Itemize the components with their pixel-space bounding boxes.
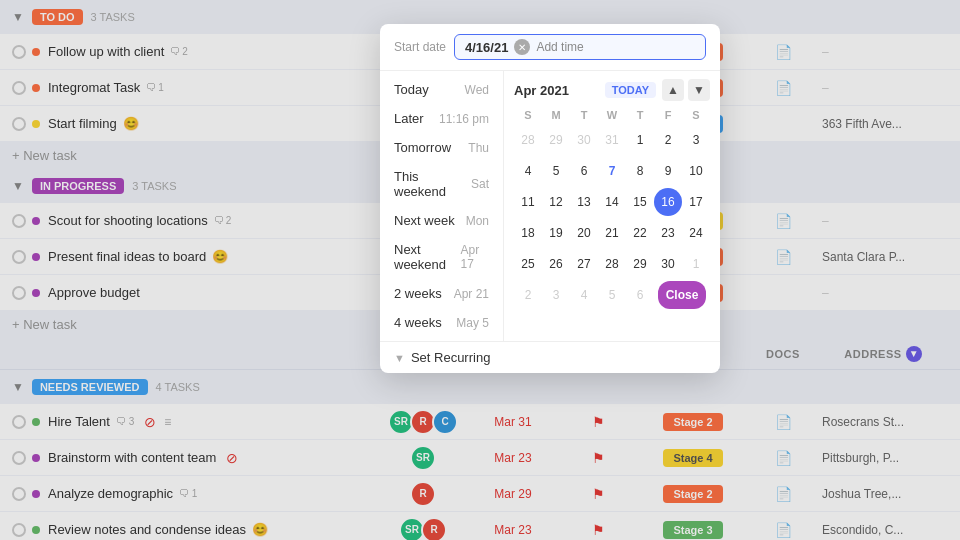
calendar-week: 4 5 6 7 8 9 10 [514,156,710,186]
cal-day[interactable]: 28 [598,250,626,278]
calendar-month: Apr 2021 [514,83,569,98]
calendar-week: 18 19 20 21 22 23 24 [514,218,710,248]
calendar: Apr 2021 TODAY ▲ ▼ S M T W [504,71,720,341]
cal-day[interactable]: 19 [542,219,570,247]
day-name-f: F [654,107,682,123]
cal-day[interactable]: 7 [598,157,626,185]
cal-day[interactable]: 20 [570,219,598,247]
start-date-label: Start date [394,40,446,54]
calendar-week: 28 29 30 31 1 2 3 [514,125,710,155]
calendar-week: 11 12 13 14 15 16 17 [514,187,710,217]
set-recurring-button[interactable]: ▼ Set Recurring [380,341,720,373]
date-box[interactable]: 4/16/21 ✕ Add time [454,34,706,60]
chevron-down-icon: ▼ [394,352,405,364]
clear-date-button[interactable]: ✕ [514,39,530,55]
cal-day[interactable]: 3 [542,281,570,309]
calendar-prev-button[interactable]: ▲ [662,79,684,101]
calendar-nav: ▲ ▼ [662,79,710,101]
add-time-button[interactable]: Add time [536,40,583,54]
option-this-weekend[interactable]: This weekend Sat [380,162,503,206]
day-name-s1: S [514,107,542,123]
datepicker-body: Today Wed Later 11:16 pm Tomorrow Thu Th… [380,71,720,341]
cal-day[interactable]: 11 [514,188,542,216]
cal-day[interactable]: 18 [514,219,542,247]
cal-day[interactable]: 4 [514,157,542,185]
cal-day[interactable]: 8 [626,157,654,185]
cal-day[interactable]: 29 [542,126,570,154]
cal-day[interactable]: 25 [514,250,542,278]
cal-day[interactable]: 4 [570,281,598,309]
option-2weeks[interactable]: 2 weeks Apr 21 [380,279,503,308]
cal-day[interactable]: 2 [654,126,682,154]
cal-day[interactable]: 3 [682,126,710,154]
calendar-day-headers: S M T W T F S [514,107,710,123]
cal-day[interactable]: 30 [654,250,682,278]
cal-day[interactable]: 9 [654,157,682,185]
calendar-header: Apr 2021 TODAY ▲ ▼ [514,79,710,101]
cal-day[interactable]: 23 [654,219,682,247]
cal-day[interactable]: 6 [570,157,598,185]
cal-day[interactable]: 21 [598,219,626,247]
day-name-s2: S [682,107,710,123]
datepicker-top: Start date 4/16/21 ✕ Add time [380,24,720,71]
calendar-grid: S M T W T F S 28 29 30 31 1 [514,107,710,310]
cal-day[interactable]: 15 [626,188,654,216]
cal-day[interactable]: 1 [626,126,654,154]
cal-day[interactable]: 5 [598,281,626,309]
main-container: ▼ TO DO 3 TASKS Follow up with client 🗨 … [0,0,960,540]
day-name-t1: T [570,107,598,123]
datepicker-popup: Start date 4/16/21 ✕ Add time Today Wed … [380,24,720,373]
cal-day[interactable]: 12 [542,188,570,216]
date-value: 4/16/21 [465,40,508,55]
cal-day[interactable]: 2 [514,281,542,309]
cal-day[interactable]: 29 [626,250,654,278]
cal-day[interactable]: 10 [682,157,710,185]
cal-day[interactable]: 17 [682,188,710,216]
calendar-week: 25 26 27 28 29 30 1 [514,249,710,279]
day-name-m: M [542,107,570,123]
option-next-weekend[interactable]: Next weekend Apr 17 [380,235,503,279]
option-later[interactable]: Later 11:16 pm [380,104,503,133]
cal-day[interactable]: 30 [570,126,598,154]
close-button[interactable]: Close [658,281,707,309]
cal-day[interactable]: 14 [598,188,626,216]
day-name-t2: T [626,107,654,123]
cal-day[interactable]: 13 [570,188,598,216]
cal-day[interactable]: 5 [542,157,570,185]
cal-day[interactable]: 6 [626,281,654,309]
cal-day-selected[interactable]: 16 [654,188,682,216]
calendar-today-button[interactable]: TODAY [605,82,656,98]
option-tomorrow[interactable]: Tomorrow Thu [380,133,503,162]
cal-day[interactable]: 28 [514,126,542,154]
calendar-week: 2 3 4 5 6 Close [514,280,710,310]
cal-day[interactable]: 27 [570,250,598,278]
cal-day[interactable]: 22 [626,219,654,247]
cal-day[interactable]: 31 [598,126,626,154]
recurring-label: Set Recurring [411,350,490,365]
quick-options: Today Wed Later 11:16 pm Tomorrow Thu Th… [380,71,504,341]
calendar-next-button[interactable]: ▼ [688,79,710,101]
cal-day[interactable]: 26 [542,250,570,278]
option-next-week[interactable]: Next week Mon [380,206,503,235]
option-4weeks[interactable]: 4 weeks May 5 [380,308,503,337]
cal-day[interactable]: 24 [682,219,710,247]
cal-day[interactable]: 1 [682,250,710,278]
option-today[interactable]: Today Wed [380,75,503,104]
day-name-w: W [598,107,626,123]
